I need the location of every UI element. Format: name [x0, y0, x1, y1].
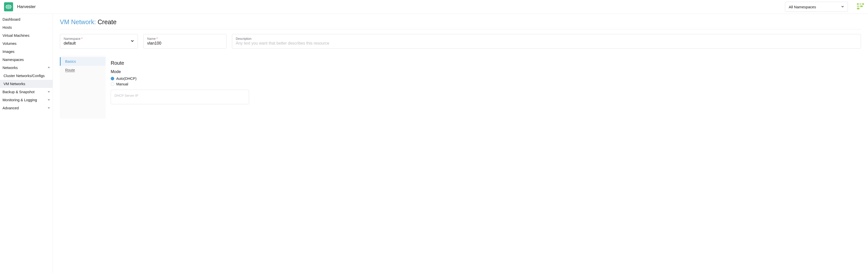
sidebar-item-dashboard[interactable]: Dashboard — [0, 16, 53, 23]
sidebar-item-namespaces[interactable]: Namespaces — [0, 56, 53, 64]
name-label: Name * — [147, 37, 223, 40]
sidebar-item-monitoring-logging[interactable]: Monitoring & Logging — [0, 96, 53, 104]
radio-checked-icon — [111, 77, 114, 80]
mode-option-auto[interactable]: Auto(DHCP) — [111, 77, 856, 81]
sidebar-item-advanced[interactable]: Advanced — [0, 104, 53, 112]
sidebar-item-cluster-networks[interactable]: Cluster Networks/Configs — [0, 72, 53, 80]
rancher-logo-icon[interactable] — [857, 3, 864, 10]
chevron-down-icon — [48, 107, 50, 110]
namespace-selector-value: All Namespaces — [789, 5, 816, 9]
sidebar-item-backup-snapshot[interactable]: Backup & Snapshot — [0, 88, 53, 96]
route-section-title: Route — [111, 60, 856, 66]
description-input[interactable] — [236, 41, 857, 46]
top-bar: Harvester All Namespaces — [0, 0, 868, 14]
radio-unchecked-icon — [111, 82, 114, 86]
tab-list: Basics Route — [60, 56, 106, 119]
sidebar-item-virtual-machines[interactable]: Virtual Machines — [0, 31, 53, 39]
tab-route[interactable]: Route — [60, 66, 106, 74]
page-title: VM Network: Create — [60, 18, 861, 26]
dhcp-server-ip-placeholder: DHCP Server IP — [115, 94, 138, 98]
brand-title: Harvester — [17, 4, 36, 9]
description-label: Description — [236, 37, 857, 40]
page-title-type[interactable]: VM Network: — [60, 18, 96, 25]
mode-option-manual[interactable]: Manual — [111, 82, 856, 86]
tab-content: Route Mode Auto(DHCP) Manual DHCP Server… — [106, 56, 861, 119]
harvester-logo-icon[interactable] — [4, 2, 13, 11]
namespace-selector[interactable]: All Namespaces — [785, 2, 848, 12]
mode-option-manual-label: Manual — [116, 82, 128, 86]
name-input[interactable] — [147, 41, 223, 46]
chevron-down-icon — [48, 90, 50, 93]
sidebar-item-vm-networks[interactable]: VM Networks — [0, 80, 53, 88]
tab-basics[interactable]: Basics — [60, 57, 106, 66]
namespace-value: default — [64, 41, 134, 46]
tab-panel: Basics Route Route Mode Auto(DHCP) Manua… — [60, 56, 861, 119]
namespace-field[interactable]: Namespace * default — [60, 34, 138, 49]
chevron-down-icon — [48, 99, 50, 102]
sidebar-item-volumes[interactable]: Volumes — [0, 39, 53, 48]
sidebar-item-networks[interactable]: Networks — [0, 64, 53, 72]
main-content: VM Network: Create Namespace * default N… — [53, 14, 868, 273]
description-field[interactable]: Description — [232, 34, 861, 49]
page-title-action: Create — [98, 18, 117, 25]
sidebar-item-images[interactable]: Images — [0, 48, 53, 56]
name-field[interactable]: Name * — [144, 34, 226, 49]
namespace-label: Namespace * — [64, 37, 134, 40]
chevron-up-icon — [48, 66, 50, 69]
dhcp-server-ip-field[interactable]: DHCP Server IP — [111, 90, 249, 104]
chevron-down-icon — [131, 39, 134, 44]
mode-label: Mode — [111, 70, 856, 74]
mode-option-auto-label: Auto(DHCP) — [116, 77, 136, 81]
metadata-row: Namespace * default Name * Description — [60, 34, 861, 49]
chevron-down-icon — [841, 5, 844, 9]
sidebar-item-hosts[interactable]: Hosts — [0, 23, 53, 31]
sidebar: Dashboard Hosts Virtual Machines Volumes… — [0, 14, 53, 273]
